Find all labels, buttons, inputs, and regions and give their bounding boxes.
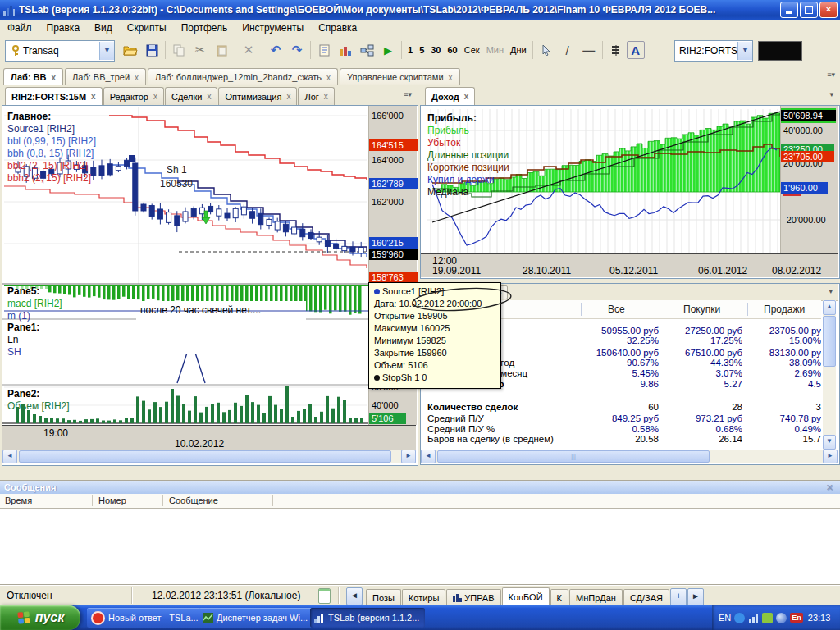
language-indicator[interactable]: EN [719,613,731,623]
close-icon[interactable]: x [135,73,139,82]
close-icon[interactable]: ✕ [826,481,833,494]
run-icon[interactable]: ▶ [377,39,399,61]
transaq-dropdown-arrow[interactable]: ▼ [99,42,114,60]
journal-icon[interactable] [318,588,331,604]
close-icon[interactable]: x [207,92,211,101]
menu-edit[interactable]: Правка [39,21,88,35]
menu-help[interactable]: Справка [311,21,364,35]
open-icon[interactable] [120,39,141,61]
bottom-tab-kotiry[interactable]: Котиры [402,589,446,606]
menu-view[interactable]: Вид [87,21,120,35]
menu-tools[interactable]: Инструменты [235,21,311,35]
bottom-tab-mnprdan[interactable]: МнПрДан [569,589,623,606]
sync-tray-icon[interactable] [734,613,745,623]
scroll-thumb[interactable] [823,316,836,367]
timeframe-5[interactable]: 5 [416,45,427,55]
close-icon[interactable]: x [52,73,57,82]
menu-portfolio[interactable]: Портфель [174,21,235,35]
scroll-up-icon[interactable]: ▲ [823,300,836,315]
scroll-right-icon[interactable]: ► [823,450,838,463]
levels-icon[interactable] [605,39,627,61]
chart-hscrollbar[interactable]: ◄ ► [2,450,416,463]
workspace-tab-bb[interactable]: Лаб: BBx [3,68,63,85]
close-icon[interactable]: x [464,92,469,101]
tab-optimization[interactable]: Оптимизацияx [218,87,297,105]
task-taskmanager[interactable]: Диспетчер задач Wi... [199,608,313,628]
cut-icon[interactable]: ✂ [189,39,211,61]
signal-tray-icon[interactable] [748,613,759,623]
copy-icon[interactable] [168,39,189,61]
tab-overflow-icon[interactable]: ≡▾ [827,71,835,79]
script-scheme-icon[interactable] [356,39,377,61]
app-tray-icon[interactable] [776,613,787,623]
unit-min[interactable]: Мин [483,45,507,55]
tab-log[interactable]: Логx [298,87,334,105]
price-chart-panel[interactable]: после 20 час свечей нет.... Главное: Sou… [2,105,418,466]
properties-icon[interactable] [313,39,335,61]
stats-row[interactable]: Средний П/У849.25 руб973.21 руб740.78 ру [421,413,821,424]
bottom-tab-sdzaya[interactable]: СД/ЗАЯ [623,589,669,606]
instrument-combo[interactable]: RIH2:FORTS ▼ [674,40,753,62]
bottom-tab-uprav[interactable]: УПРАВ [446,589,500,606]
tab-chart[interactable]: RIH2:FORTS:15Mx [5,87,103,105]
unit-days[interactable]: Дни [507,45,530,55]
tab-overflow-icon[interactable]: ▾ [829,90,833,98]
tabs-scroll-right[interactable]: ► [687,588,704,606]
restore-button[interactable] [800,2,818,18]
workspace-tab-bb-trey[interactable]: Лаб: BB_трейx [65,68,146,85]
instrument-dropdown-arrow[interactable]: ▼ [737,42,752,60]
start-button[interactable]: пуск [0,605,80,630]
tabs-scroll-left[interactable]: ◄ [346,587,363,605]
paste-icon[interactable] [211,39,232,61]
bottom-tab-k[interactable]: К [550,589,568,606]
close-icon[interactable]: x [91,92,96,101]
timeframe-60[interactable]: 60 [445,45,461,55]
bottom-tab-kopboy[interactable]: КопБОЙ [502,587,550,606]
close-icon[interactable]: x [449,73,453,82]
stats-row[interactable]: Количество сделок60283 [421,401,821,413]
close-icon[interactable]: x [286,92,290,101]
task-browser[interactable]: Новый ответ - TSLa... [87,608,202,628]
scroll-left-icon[interactable]: ◄ [421,450,436,463]
scroll-left-icon[interactable]: ◄ [2,450,17,463]
minimize-button[interactable] [780,2,798,18]
scroll-thumb[interactable] [19,450,391,463]
stats-row[interactable]: Баров на сделку (в среднем)20.5826.1415.… [421,433,821,445]
col-time[interactable]: Время [5,495,32,505]
tab-trades[interactable]: Сделкиx [165,87,218,105]
hline-icon[interactable]: — [578,39,600,61]
close-button[interactable]: × [819,2,838,18]
status-tray-icon[interactable] [762,613,773,623]
trendline-icon[interactable]: / [557,39,578,61]
equity-chart-panel[interactable]: Прибыль: Прибыль Убыток Длинные позиции … [420,105,840,279]
save-icon[interactable] [141,39,162,61]
text-label-icon[interactable]: A [627,41,645,59]
delete-icon[interactable]: ✕ [238,39,259,61]
transaq-combo[interactable]: Transaq ▼ [5,40,115,62]
scroll-right-icon[interactable]: ► [401,450,416,463]
tab-editor[interactable]: Редакторx [103,87,164,105]
panel-menu-icon[interactable]: ▾ [829,287,833,295]
bottom-tab-pozy[interactable]: Позы [366,589,401,606]
col-message[interactable]: Сообщение [169,495,218,505]
stats-vscrollbar[interactable]: ▲ ▼ [823,300,836,450]
scroll-down-icon[interactable]: ▼ [823,435,836,450]
undo-icon[interactable]: ↶ [265,39,286,61]
stats-hscrollbar[interactable]: ◄ ||| ► [421,450,838,463]
language-badge[interactable]: En [790,613,803,623]
task-tslab[interactable]: TSLab (версия 1.1.2... [310,608,425,628]
close-icon[interactable]: x [324,92,328,101]
cursor-icon[interactable] [536,39,557,61]
color-swatch[interactable] [758,41,802,61]
tab-overflow-icon[interactable]: ≡▾ [404,90,412,98]
col-number[interactable]: Номер [98,495,126,505]
unit-sec[interactable]: Сек [461,45,483,55]
menu-file[interactable]: Файл [0,21,39,35]
workspace-tab-script-manager[interactable]: Управление скриптамиx [340,68,459,85]
redo-icon[interactable]: ↷ [286,39,308,61]
tab-income[interactable]: Доходx [425,87,475,105]
chart-icon[interactable] [335,39,356,61]
timeframe-30[interactable]: 30 [427,45,444,55]
timeframe-1[interactable]: 1 [404,45,416,55]
workspace-tab-bollinger[interactable]: Лаб: боллинджер_12min_2bandz_сжатьx [148,68,338,85]
